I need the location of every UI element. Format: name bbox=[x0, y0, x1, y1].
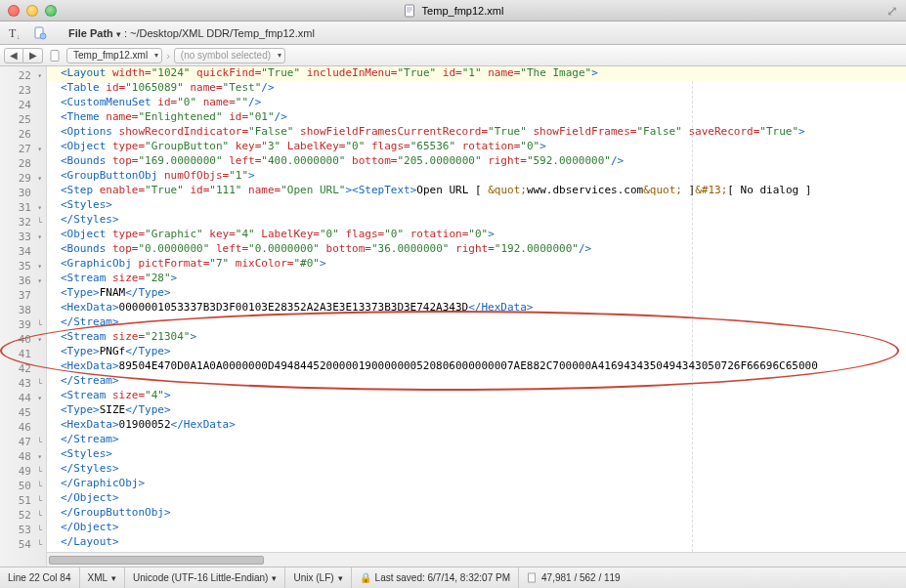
code-area[interactable]: <Layout width="1024" quickFind="True" in… bbox=[47, 66, 906, 567]
gutter-line: 47└ bbox=[0, 435, 46, 449]
status-saved: 🔒Last saved: 6/7/14, 8:32:07 PM bbox=[351, 567, 518, 588]
code-line[interactable]: <GroupButtonObj numOfObjs="1"> bbox=[47, 169, 906, 184]
code-line[interactable]: <HexData>0000001053337B3D3F00103E28352A2… bbox=[47, 301, 906, 315]
svg-text:T: T bbox=[9, 26, 17, 40]
gutter-line: 33▾ bbox=[0, 230, 46, 244]
code-line[interactable]: </Styles> bbox=[47, 462, 906, 477]
code-line[interactable]: </GraphicObj> bbox=[47, 477, 906, 491]
gutter-line: 54└ bbox=[0, 537, 46, 552]
gutter-line: 38 bbox=[0, 303, 46, 317]
gutter-line: 49└ bbox=[0, 464, 46, 479]
code-line[interactable]: <HexData>89504E470D0A1A0A0000000D4948445… bbox=[47, 359, 906, 374]
file-dropdown[interactable]: Temp_fmp12.xml bbox=[66, 48, 162, 63]
traffic-lights bbox=[8, 5, 57, 17]
code-line[interactable]: <Bounds top="169.0000000" left="400.0000… bbox=[47, 154, 906, 169]
gutter-line: 30 bbox=[0, 186, 46, 200]
gutter-line: 50└ bbox=[0, 479, 46, 493]
gutter-line: 45 bbox=[0, 405, 46, 420]
close-icon[interactable] bbox=[8, 5, 20, 17]
filepath-label[interactable]: File Path ▾ : ~/Desktop/XML DDR/Temp_fmp… bbox=[68, 27, 315, 39]
code-line[interactable]: <Type>SIZE</Type> bbox=[47, 403, 906, 418]
code-line[interactable]: <Table id="1065089" name="Test"/> bbox=[47, 81, 906, 96]
code-line[interactable]: <Object type="GroupButton" key="3" Label… bbox=[47, 140, 906, 154]
minimize-icon[interactable] bbox=[26, 5, 38, 17]
gutter-line: 34 bbox=[0, 244, 46, 259]
gutter-line: 22▾ bbox=[0, 68, 46, 83]
document-button[interactable] bbox=[31, 24, 49, 42]
gutter-line: 42 bbox=[0, 361, 46, 376]
status-encoding[interactable]: Unicode (UTF-16 Little-Endian) ▾ bbox=[124, 567, 284, 588]
code-line[interactable]: </Object> bbox=[47, 521, 906, 535]
code-line[interactable]: <Type>FNAM</Type> bbox=[47, 286, 906, 301]
gutter-line: 43└ bbox=[0, 376, 46, 391]
gutter-line: 37 bbox=[0, 288, 46, 303]
code-line[interactable]: <Stream size="21304"> bbox=[47, 330, 906, 345]
scrollbar-thumb[interactable] bbox=[49, 556, 264, 565]
text-tool-button[interactable]: T↓ bbox=[6, 24, 23, 42]
gutter-line: 40▾ bbox=[0, 332, 46, 347]
window-titlebar: Temp_fmp12.xml ⤢ bbox=[0, 0, 906, 21]
gutter-line: 26 bbox=[0, 127, 46, 142]
code-editor[interactable]: 22▾2324252627▾2829▾3031▾32└33▾3435▾36▾37… bbox=[0, 66, 906, 567]
code-line[interactable]: <Object type="Graphic" key="4" LabelKey=… bbox=[47, 228, 906, 242]
code-line[interactable]: <Stream size="28"> bbox=[47, 272, 906, 286]
gutter-line: 48▾ bbox=[0, 449, 46, 464]
code-line[interactable]: <Type>PNGf</Type> bbox=[47, 345, 906, 359]
code-line[interactable]: </Styles> bbox=[47, 213, 906, 228]
svg-rect-6 bbox=[529, 573, 536, 582]
code-line[interactable]: </Object> bbox=[47, 491, 906, 506]
code-line[interactable]: <Stream size="4"> bbox=[47, 389, 906, 403]
gutter-line: 53└ bbox=[0, 523, 46, 537]
zoom-icon[interactable] bbox=[45, 5, 57, 17]
gutter-line: 44▾ bbox=[0, 391, 46, 405]
toolbar: T↓ File Path ▾ : ~/Desktop/XML DDR/Temp_… bbox=[0, 21, 906, 45]
line-gutter: 22▾2324252627▾2829▾3031▾32└33▾3435▾36▾37… bbox=[0, 66, 47, 567]
filepath-text: ~/Desktop/XML DDR/Temp_fmp12.xml bbox=[130, 27, 315, 39]
gutter-line: 31▾ bbox=[0, 200, 46, 215]
status-line-col: Line 22 Col 84 bbox=[6, 567, 79, 588]
code-line[interactable]: <Bounds top="0.0000000" left="0.0000000"… bbox=[47, 242, 906, 257]
gutter-line: 35▾ bbox=[0, 259, 46, 273]
status-size: 47,981 / 562 / 119 bbox=[518, 567, 628, 588]
svg-rect-0 bbox=[405, 5, 413, 17]
resize-icon[interactable]: ⤢ bbox=[886, 3, 898, 19]
code-line[interactable]: </Stream> bbox=[47, 374, 906, 389]
window-title: Temp_fmp12.xml bbox=[422, 5, 504, 17]
gutter-line: 25 bbox=[0, 112, 46, 127]
gutter-line: 52└ bbox=[0, 508, 46, 523]
status-lang[interactable]: XML ▾ bbox=[79, 567, 125, 588]
status-lineending[interactable]: Unix (LF) ▾ bbox=[284, 567, 350, 588]
symbol-dropdown[interactable]: (no symbol selected) bbox=[174, 48, 285, 63]
code-line[interactable]: </GroupButtonObj> bbox=[47, 506, 906, 521]
code-line[interactable]: <Options showRecordIndicator="False" sho… bbox=[47, 125, 906, 140]
code-line[interactable]: <Styles> bbox=[47, 447, 906, 462]
svg-text:↓: ↓ bbox=[17, 33, 21, 40]
code-line[interactable]: </Layout> bbox=[47, 535, 906, 550]
code-line[interactable]: <HexData>01900052</HexData> bbox=[47, 418, 906, 433]
file-icon bbox=[48, 49, 62, 63]
document-small-icon bbox=[527, 572, 538, 583]
code-line[interactable]: </Stream> bbox=[47, 315, 906, 330]
code-line[interactable]: <Theme name="Enlightened" id="01"/> bbox=[47, 110, 906, 125]
lock-icon: 🔒 bbox=[360, 572, 371, 583]
code-line[interactable]: <Step enable="True" id="111" name="Open … bbox=[47, 184, 906, 198]
gutter-line: 24 bbox=[0, 98, 46, 112]
status-bar: Line 22 Col 84 XML ▾ Unicode (UTF-16 Lit… bbox=[0, 567, 906, 588]
nav-back-button[interactable]: ◀ bbox=[4, 48, 23, 63]
gutter-line: 28 bbox=[0, 156, 46, 171]
horizontal-scrollbar[interactable] bbox=[47, 552, 906, 567]
breadcrumb-bar: ◀ ▶ Temp_fmp12.xml › (no symbol selected… bbox=[0, 45, 906, 66]
code-line[interactable]: </Stream> bbox=[47, 433, 906, 447]
gutter-line: 41 bbox=[0, 347, 46, 361]
gutter-line: 46 bbox=[0, 420, 46, 435]
gutter-line: 23 bbox=[0, 83, 46, 98]
document-icon bbox=[403, 4, 416, 18]
svg-rect-5 bbox=[51, 50, 59, 61]
code-line[interactable]: <GraphicObj pictFormat="7" mixColor="#0"… bbox=[47, 257, 906, 272]
nav-forward-button[interactable]: ▶ bbox=[23, 48, 43, 63]
code-line[interactable]: <Layout width="1024" quickFind="True" in… bbox=[47, 66, 906, 81]
code-line[interactable]: <Styles> bbox=[47, 198, 906, 213]
gutter-line: 29▾ bbox=[0, 171, 46, 186]
chevron-down-icon: ▾ bbox=[116, 29, 121, 39]
code-line[interactable]: <CustomMenuSet id="0" name=""/> bbox=[47, 96, 906, 110]
